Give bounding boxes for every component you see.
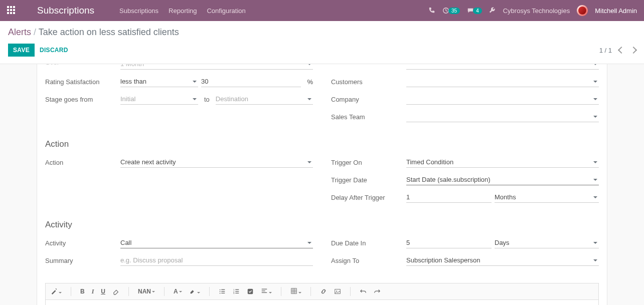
stage-from-select[interactable]: Initial (120, 94, 198, 105)
trigger-on-select[interactable]: Timed Condition (406, 157, 599, 168)
align-icon[interactable] (261, 287, 272, 296)
svg-rect-2 (221, 289, 225, 290)
label-stage: Stage goes from (45, 96, 120, 103)
chat-count: 4 (473, 8, 482, 14)
brand-title: Subscriptions (37, 5, 94, 16)
subheader: Alerts / Take action on less satisfied c… (0, 21, 644, 64)
avatar[interactable] (577, 5, 588, 16)
highlight-icon[interactable] (189, 287, 200, 296)
svg-point-5 (219, 293, 220, 294)
table-icon[interactable] (290, 287, 301, 296)
label-activity: Activity (45, 239, 120, 247)
link-icon[interactable] (320, 288, 327, 295)
nav-reporting[interactable]: Reporting (169, 7, 197, 15)
section-activity: Activity (45, 220, 599, 230)
section-action: Action (45, 139, 599, 149)
nav-configuration[interactable]: Configuration (207, 7, 245, 15)
delay-value-input[interactable] (406, 192, 492, 203)
breadcrumb-current: Take action on less satisfied clients (39, 27, 179, 37)
image-icon[interactable] (334, 288, 341, 295)
svg-point-1 (219, 289, 220, 290)
timer-badge[interactable]: 35 (442, 7, 460, 14)
pager-count: 1 / 1 (599, 47, 612, 54)
duedate-unit-select[interactable]: Days (495, 237, 599, 248)
paragraph-style[interactable]: NAN (138, 288, 155, 295)
label-company: Company (331, 96, 406, 103)
save-button[interactable]: SAVE (8, 44, 35, 57)
undo-icon[interactable] (360, 288, 367, 295)
eraser-icon[interactable] (112, 288, 119, 295)
checklist-icon[interactable] (247, 288, 254, 295)
rating-unit: % (307, 78, 313, 86)
company-select[interactable] (406, 94, 599, 105)
breadcrumb: Alerts / Take action on less satisfied c… (8, 27, 636, 38)
svg-point-3 (219, 291, 220, 292)
svg-rect-12 (235, 293, 239, 293)
nav-right: 35 4 Cybrosys Technologies Mitchell Admi… (428, 5, 637, 16)
ol-icon[interactable]: 123 (233, 288, 240, 295)
discard-button[interactable]: DISCARD (40, 47, 68, 54)
label-rating: Rating Satisfaction (45, 78, 120, 86)
label-over: Over (45, 64, 120, 66)
apps-icon[interactable] (7, 6, 16, 15)
label-assign: Assign To (331, 257, 406, 264)
breadcrumb-parent[interactable]: Alerts (8, 27, 31, 37)
timer-count: 35 (448, 8, 460, 14)
nav-subscriptions[interactable]: Subscriptions (119, 7, 158, 15)
svg-text:3: 3 (233, 292, 235, 294)
rating-op-select[interactable]: less than (120, 76, 198, 87)
chat-badge[interactable]: 4 (467, 7, 482, 14)
italic-icon[interactable]: I (92, 288, 94, 295)
label-action: Action (45, 159, 120, 166)
editor-toolbar: B I U NAN A 123 (46, 283, 598, 300)
trigger-date-select[interactable]: Start Date (sale.subscription) (406, 174, 599, 185)
label-duedate: Due Date In (331, 239, 406, 247)
svg-rect-17 (291, 288, 296, 293)
pager: 1 / 1 (599, 47, 636, 54)
phone-icon[interactable] (428, 7, 435, 14)
summary-input[interactable] (120, 255, 313, 266)
magic-icon[interactable] (51, 287, 62, 296)
action-select[interactable]: Create next activity (120, 157, 313, 168)
over-select[interactable]: 1 Month (120, 64, 313, 70)
navbar: Subscriptions Subscriptions Reporting Co… (0, 0, 644, 21)
editor-body[interactable]: Please call the client to get some feedb… (46, 300, 598, 305)
label-customers: Customers (331, 78, 406, 86)
svg-rect-6 (221, 293, 225, 293)
bold-icon[interactable]: B (80, 288, 85, 295)
pager-prev-icon[interactable] (618, 47, 625, 54)
svg-point-23 (336, 290, 337, 291)
activity-select[interactable]: Call (120, 237, 313, 248)
salesteam-select[interactable] (406, 111, 599, 122)
rating-value-input[interactable] (201, 76, 301, 87)
label-summary: Summary (45, 257, 120, 264)
svg-rect-16 (261, 292, 267, 292)
duedate-value-input[interactable] (406, 237, 492, 248)
label-trigger-date: Trigger Date (331, 176, 406, 184)
svg-rect-15 (261, 290, 265, 291)
svg-rect-10 (235, 291, 239, 291)
ul-icon[interactable] (219, 288, 226, 295)
label-trigger-on: Trigger On (331, 159, 406, 166)
label-salesteam: Sales Team (331, 113, 406, 121)
font-color-icon[interactable]: A (174, 288, 182, 295)
svg-rect-4 (221, 291, 225, 291)
svg-rect-14 (261, 288, 267, 289)
rich-editor: B I U NAN A 123 (45, 283, 599, 305)
pager-next-icon[interactable] (630, 47, 637, 54)
svg-rect-8 (235, 289, 239, 290)
form-sheet: Over 1 Month Rating Satisfaction less th… (37, 64, 607, 305)
label-to: to (204, 96, 210, 103)
wrench-icon[interactable] (489, 7, 496, 14)
nav-menu: Subscriptions Reporting Configuration (119, 7, 246, 15)
company-name[interactable]: Cybrosys Technologies (503, 7, 570, 15)
customers-select[interactable] (406, 76, 599, 87)
delay-unit-select[interactable]: Months (495, 192, 599, 203)
underline-icon[interactable]: U (101, 288, 105, 295)
label-delay: Delay After Trigger (331, 194, 406, 201)
redo-icon[interactable] (374, 288, 381, 295)
assign-select[interactable]: Subscription Salesperson (406, 255, 599, 266)
stage-to-select[interactable]: Destination (216, 94, 313, 105)
user-name[interactable]: Mitchell Admin (595, 7, 637, 15)
